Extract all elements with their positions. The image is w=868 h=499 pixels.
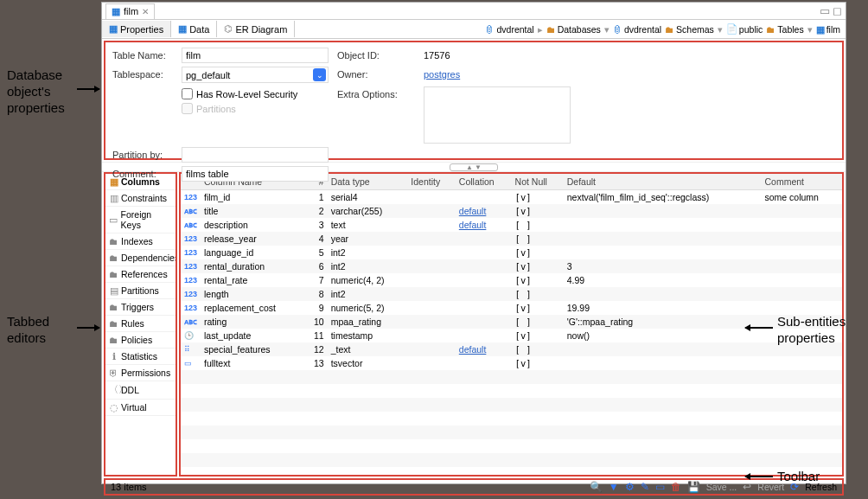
col-default: 4.99: [564, 273, 762, 287]
table-row: [181, 425, 842, 439]
col-identity: [407, 342, 456, 356]
extra-options-input[interactable]: [424, 86, 571, 144]
revert-icon[interactable]: ↩︎: [743, 481, 751, 493]
col-ord: 8: [305, 287, 328, 301]
save-icon[interactable]: 💾: [687, 481, 700, 493]
col-name: last_update: [201, 329, 305, 342]
column-row[interactable]: 123replacement_cost9numeric(5, 2)[v]19.9…: [181, 301, 842, 315]
col-notnull: [v]: [512, 259, 564, 273]
bc-databases[interactable]: 🖿Databases: [546, 24, 601, 35]
col-name: replacement_cost: [201, 301, 305, 315]
side-tab-partitions[interactable]: ▤Partitions: [105, 283, 176, 299]
close-icon[interactable]: ✕: [142, 7, 149, 16]
side-tab-policies[interactable]: 🖿Policies: [105, 332, 176, 349]
column-row[interactable]: 123length8int2[ ]: [181, 287, 842, 301]
rls-checkbox[interactable]: [182, 88, 193, 99]
column-row[interactable]: 🕒last_update11timestamp[v]now(): [181, 329, 842, 342]
tab-label: film: [124, 6, 138, 16]
col-name: release_year: [201, 232, 305, 246]
column-row[interactable]: ᴀʙᴄtitle2varchar(255)default[v]: [181, 204, 842, 218]
side-tab-indexes[interactable]: 🖿Indexes: [105, 234, 176, 250]
comment-input[interactable]: [182, 166, 329, 182]
type-icon: 123: [181, 190, 201, 205]
side-tab-rules[interactable]: 🖿Rules: [105, 316, 176, 332]
type-icon: 123: [181, 301, 201, 315]
column-row[interactable]: 123film_id1serial4[v]nextval('film_film_…: [181, 190, 842, 205]
delete-icon[interactable]: 🗑: [671, 481, 681, 493]
type-icon: 123: [181, 273, 201, 287]
filter-icon[interactable]: ▼: [609, 481, 619, 493]
column-row[interactable]: 123release_year4year[ ]: [181, 232, 842, 246]
col-name: rental_duration: [201, 259, 305, 273]
side-tab-constraints[interactable]: ▥Constraints: [105, 190, 176, 207]
collation-link[interactable]: default: [459, 220, 487, 230]
collation-link[interactable]: default: [459, 206, 487, 216]
column-row[interactable]: 123language_id5int2[v]: [181, 246, 842, 259]
column-row[interactable]: ⠿special_features12_textdefault[ ]: [181, 342, 842, 356]
partition-by-input[interactable]: [182, 147, 329, 163]
bc-schema[interactable]: 📄public: [726, 23, 763, 35]
table-row: [181, 439, 842, 453]
tab-data[interactable]: ▦ Data: [171, 21, 217, 37]
side-tab-ddl[interactable]: 〈〉DDL: [105, 381, 176, 400]
col-comment: some column: [762, 190, 842, 205]
tab-er-diagram[interactable]: ⌬ ER Diagram: [217, 21, 295, 37]
type-icon: ᴀʙᴄ: [181, 315, 201, 329]
col-collation: [456, 259, 512, 273]
column-row[interactable]: ᴀʙᴄdescription3textdefault[ ]: [181, 218, 842, 232]
col-name: film_id: [201, 190, 305, 205]
col-comment: [762, 273, 842, 287]
side-tab-dependencies[interactable]: 🖿Dependencies: [105, 250, 176, 266]
collation-link[interactable]: default: [459, 344, 487, 355]
annot-sub: Sub-entities properties: [777, 314, 846, 347]
bc-database[interactable]: 🛢dvdrental: [613, 24, 661, 35]
col-type: serial4: [328, 190, 408, 205]
save-button[interactable]: Save ...: [706, 482, 737, 492]
col-ord: 11: [305, 329, 328, 342]
tab-icon: ▭: [109, 214, 118, 225]
col-comment: [762, 246, 842, 259]
col-ord: 13: [305, 356, 328, 370]
table-name-input[interactable]: [182, 48, 329, 63]
type-icon: 123: [181, 232, 201, 246]
add-icon[interactable]: ▭: [655, 481, 665, 493]
side-tab-foreign-keys[interactable]: ▭Foreign Keys: [105, 207, 176, 234]
er-icon: ⌬: [224, 23, 233, 35]
tablespace-select[interactable]: pg_default ⌄: [182, 67, 329, 83]
side-tab-permissions[interactable]: ⛨Permissions: [105, 365, 176, 381]
owner-link[interactable]: postgres: [424, 69, 460, 80]
search-icon[interactable]: 🔍: [590, 481, 603, 493]
column-row[interactable]: ᴀʙᴄrating10mpaa_rating[ ]'G'::mpaa_ratin…: [181, 315, 842, 329]
partitions-checkbox: [182, 103, 193, 114]
col-name: language_id: [201, 246, 305, 259]
window-controls: ▭ ◻: [820, 4, 846, 17]
column-row[interactable]: ▭fulltext13tsvector[v]: [181, 356, 842, 370]
bc-connection[interactable]: 🛢dvdrental: [485, 24, 533, 35]
label-tablespace: Tablespace:: [112, 67, 173, 80]
col-identity: [407, 190, 456, 205]
column-row[interactable]: 123rental_duration6int2[v]3: [181, 259, 842, 273]
maximize-icon[interactable]: ◻: [833, 4, 842, 17]
col-notnull: [ ]: [512, 315, 564, 329]
label-extra-options: Extra Options:: [337, 86, 415, 99]
editor-tab-bar: ▦ Properties ▦ Data ⌬ ER Diagram 🛢dvdren…: [102, 20, 846, 39]
minimize-icon[interactable]: ▭: [820, 4, 830, 17]
arrow-icon: [745, 327, 773, 329]
label-owner: Owner:: [337, 67, 415, 80]
bc-table[interactable]: ▦film: [816, 24, 840, 35]
tab-icon: 🖿: [109, 335, 118, 345]
bc-schemas[interactable]: 🖿Schemas: [665, 24, 714, 35]
edit-icon[interactable]: ✎: [641, 481, 649, 493]
document-tab-film[interactable]: ▦ film ✕: [105, 3, 155, 19]
side-tab-references[interactable]: 🖿References: [105, 266, 176, 283]
tab-properties[interactable]: ▦ Properties: [102, 21, 171, 37]
col-default: [564, 218, 762, 232]
column-row[interactable]: 123rental_rate7numeric(4, 2)[v]4.99: [181, 273, 842, 287]
side-tab-triggers[interactable]: 🖿Triggers: [105, 299, 176, 316]
type-icon: ▭: [181, 356, 201, 370]
gear-icon[interactable]: ⚙: [625, 481, 635, 493]
bc-tables[interactable]: 🖿Tables: [766, 24, 803, 35]
side-tab-statistics[interactable]: ℹStatistics: [105, 349, 176, 365]
side-tab-virtual[interactable]: ◌Virtual: [105, 400, 176, 416]
col-identity: [407, 259, 456, 273]
